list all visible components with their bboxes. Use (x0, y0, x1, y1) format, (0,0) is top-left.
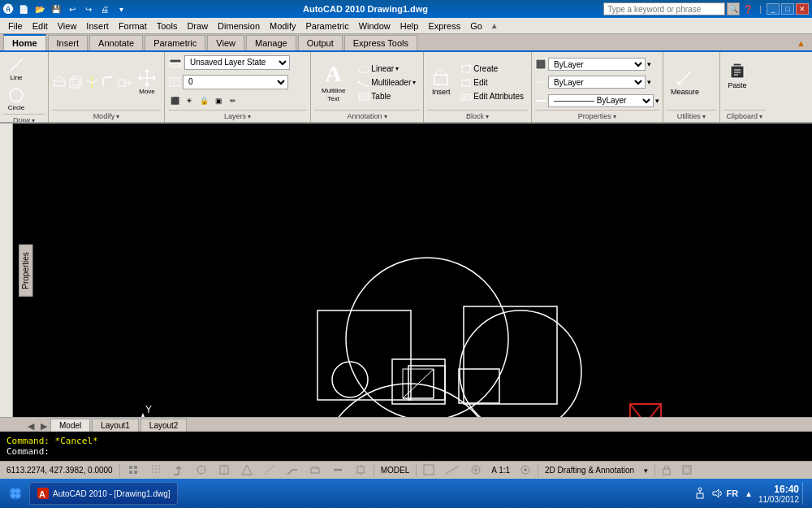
linear-btn[interactable]: Linear ▾ (354, 63, 420, 76)
menu-insert[interactable]: Insert (81, 20, 114, 33)
layout-tab-layout1[interactable]: Layout1 (92, 419, 139, 432)
menu-modify[interactable]: Modify (265, 20, 300, 33)
command-prompt[interactable]: Command: (6, 446, 806, 457)
menu-tools[interactable]: Tools (152, 20, 183, 33)
properties-group-label[interactable]: Properties (535, 110, 659, 120)
layer-state-dropdown[interactable]: Unsaved Layer State (184, 55, 290, 70)
multileader-dropdown[interactable]: ▾ (412, 79, 416, 86)
lineweight-dropdown-arr[interactable]: ▾ (655, 97, 659, 105)
ribbon-collapse-btn[interactable]: ▲ (790, 36, 812, 50)
circle-btn[interactable]: Circle (3, 84, 29, 114)
otrack-btn[interactable] (260, 463, 279, 478)
tab-parametric[interactable]: Parametric (145, 35, 205, 50)
open-file-btn[interactable]: 📂 (33, 2, 46, 15)
print-btn[interactable]: 🖨 (98, 2, 111, 15)
menu-edit[interactable]: Edit (28, 20, 53, 33)
annotation-group-label[interactable]: Annotation (314, 110, 420, 120)
layer-tools-btn2[interactable]: ☀ (183, 94, 196, 107)
multiline-text-btn[interactable]: A MultilineText (314, 60, 352, 104)
draw-group-label[interactable]: Draw (3, 114, 45, 124)
workspace-selector[interactable]: 2D Drafting & Annotation (542, 466, 637, 475)
taskbar-autocad[interactable]: A AutoCAD 2010 - [Drawing1.dwg] (29, 482, 178, 505)
snap-btn[interactable] (123, 463, 143, 478)
modify-group-label[interactable]: Modify (52, 110, 161, 120)
annotation-scale[interactable] (467, 464, 485, 477)
osnap-btn[interactable] (214, 463, 234, 478)
ducs-btn[interactable] (283, 463, 302, 478)
3dosnap-btn[interactable] (237, 463, 257, 478)
start-button[interactable] (3, 482, 28, 505)
color-dropdown-arr[interactable]: ▾ (647, 60, 651, 68)
viewport-scale-label[interactable] (441, 464, 464, 477)
menu-draw[interactable]: Draw (182, 20, 213, 33)
stretch-icon[interactable] (117, 75, 132, 89)
create-block-btn[interactable]: Create (456, 63, 528, 76)
lock-ui-btn[interactable] (659, 464, 675, 477)
line-btn[interactable]: Line (3, 54, 29, 84)
menu-go[interactable]: Go (465, 20, 487, 33)
coordinates-display[interactable]: 6113.2274, 427.3982, 0.0000 (3, 466, 116, 475)
language-indicator[interactable]: FR (726, 487, 739, 500)
clean-screen-btn[interactable] (678, 464, 696, 477)
layout-tab-model[interactable]: Model (50, 419, 90, 432)
tab-view[interactable]: View (207, 35, 244, 50)
new-file-btn[interactable]: 📄 (17, 2, 30, 15)
layer-tools-btn1[interactable]: ⬛ (168, 94, 181, 107)
menu-help[interactable]: Help (395, 20, 424, 33)
utilities-group-label[interactable]: Utilities (667, 110, 716, 120)
layer-tools-btn3[interactable]: 🔒 (197, 94, 210, 107)
layers-group-label[interactable]: Layers (168, 110, 307, 120)
layout-tab-layout2[interactable]: Layout2 (140, 419, 188, 432)
menu-parametric[interactable]: Parametric (300, 20, 353, 33)
edit-block-btn[interactable]: Edit (456, 76, 528, 89)
tab-output[interactable]: Output (298, 35, 343, 50)
menu-window[interactable]: Window (354, 20, 395, 33)
qa-dropdown-btn[interactable]: ▾ (114, 2, 127, 15)
linetype-dropdown-arr[interactable]: ▾ (647, 78, 651, 86)
workspace-dropdown[interactable]: ▾ (641, 467, 651, 475)
measure-btn[interactable]: Measure (667, 60, 703, 104)
clipboard-group-label[interactable]: Clipboard (723, 110, 766, 120)
ortho-btn[interactable] (169, 463, 188, 478)
tab-express-tools[interactable]: Express Tools (344, 35, 417, 50)
menu-format[interactable]: Format (114, 20, 152, 33)
multileader-btn[interactable]: Multileader ▾ (354, 76, 420, 89)
model-space-indicator[interactable]: MODEL (378, 466, 413, 475)
tab-manage[interactable]: Manage (246, 35, 296, 50)
restore-btn[interactable]: □ (781, 3, 794, 15)
layout-nav-next[interactable]: ▶ (37, 421, 50, 432)
menu-extra-btn[interactable]: ▲ (490, 21, 499, 30)
scale-value[interactable]: A 1:1 (488, 466, 513, 475)
layer-name-dropdown[interactable]: 0 (183, 75, 288, 89)
linear-dropdown[interactable]: ▾ (395, 65, 399, 72)
menu-view[interactable]: View (53, 20, 82, 33)
erase-icon[interactable] (52, 75, 67, 89)
menu-dimension[interactable]: Dimension (213, 20, 265, 33)
help-icon[interactable]: ❓ (741, 2, 754, 15)
insert-block-btn[interactable]: Insert (427, 60, 455, 104)
viewport-scale[interactable] (420, 464, 438, 477)
drawing-canvas[interactable]: Y X (13, 124, 812, 417)
tab-home[interactable]: Home (3, 34, 46, 50)
annotation-visibility-btn[interactable] (516, 464, 534, 477)
show-desktop-btn[interactable] (802, 482, 809, 505)
menu-express[interactable]: Express (423, 20, 465, 33)
tab-annotate[interactable]: Annotate (89, 35, 143, 50)
linetype-dropdown[interactable]: ByLayer (548, 76, 646, 89)
redo-btn[interactable]: ↪ (82, 2, 95, 15)
undo-btn[interactable]: ↩ (66, 2, 79, 15)
layer-tools-btn4[interactable]: ▣ (212, 94, 225, 107)
copy-icon[interactable] (68, 75, 83, 89)
fillet-icon[interactable] (101, 75, 115, 89)
volume-icon[interactable] (710, 487, 723, 500)
clock[interactable]: 16:40 11/03/2012 (758, 484, 799, 504)
grid-btn[interactable] (146, 463, 166, 478)
search-button[interactable]: 🔍 (727, 2, 740, 15)
menu-file[interactable]: File (3, 20, 28, 33)
polar-btn[interactable] (192, 463, 211, 478)
dyn-btn[interactable] (305, 463, 325, 478)
lineweight-toggle-btn[interactable] (328, 463, 348, 478)
color-dropdown[interactable]: ByLayer (548, 58, 646, 71)
mirror-icon[interactable] (84, 75, 99, 89)
tab-insert[interactable]: Insert (48, 35, 89, 50)
